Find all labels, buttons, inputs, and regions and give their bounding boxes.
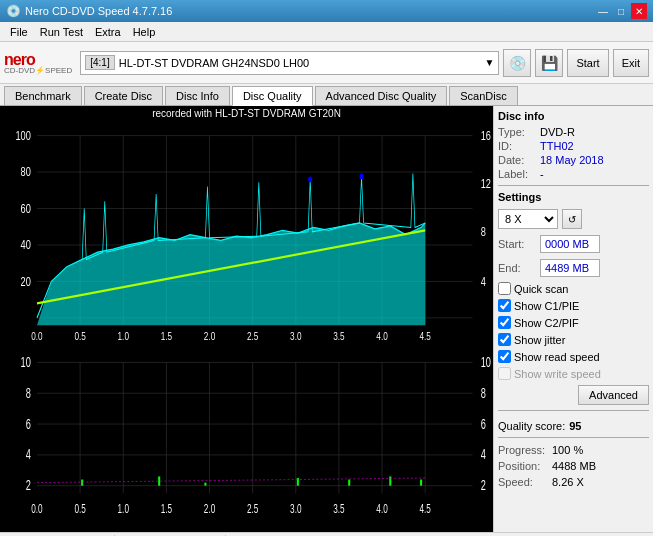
speed-select[interactable]: 8 X xyxy=(498,209,558,229)
show-c2-label: Show C2/PIF xyxy=(514,317,579,329)
svg-text:100: 100 xyxy=(15,128,30,142)
show-write-speed-label: Show write speed xyxy=(514,368,601,380)
svg-text:2.0: 2.0 xyxy=(204,329,216,342)
svg-text:60: 60 xyxy=(21,201,31,215)
window-controls: — □ ✕ xyxy=(595,3,647,19)
show-write-speed-checkbox[interactable] xyxy=(498,367,511,380)
svg-text:2.0: 2.0 xyxy=(204,503,216,516)
menu-extra[interactable]: Extra xyxy=(89,25,127,39)
speed-row-display: Speed: 8.26 X xyxy=(498,476,649,488)
svg-text:3.0: 3.0 xyxy=(290,503,302,516)
tab-benchmark[interactable]: Benchmark xyxy=(4,86,82,105)
svg-text:4: 4 xyxy=(481,447,486,462)
minimize-button[interactable]: — xyxy=(595,3,611,19)
drive-selector[interactable]: [4:1] HL-DT-ST DVDRAM GH24NSD0 LH00 ▼ xyxy=(80,51,499,75)
advanced-button[interactable]: Advanced xyxy=(578,385,649,405)
quality-score-row: Quality score: 95 xyxy=(498,420,649,432)
svg-text:2.5: 2.5 xyxy=(247,503,259,516)
maximize-button[interactable]: □ xyxy=(613,3,629,19)
svg-text:4.5: 4.5 xyxy=(420,329,432,342)
show-jitter-checkbox[interactable] xyxy=(498,333,511,346)
disc-date-label: Date: xyxy=(498,154,536,166)
start-input[interactable] xyxy=(540,235,600,253)
svg-text:3.5: 3.5 xyxy=(333,329,345,342)
progress-label: Progress: xyxy=(498,444,548,456)
menu-bar: File Run Test Extra Help xyxy=(0,22,653,42)
end-input[interactable] xyxy=(540,259,600,277)
svg-text:40: 40 xyxy=(21,238,31,252)
show-c1-row: Show C1/PIE xyxy=(498,299,649,312)
svg-text:4: 4 xyxy=(481,274,486,288)
cd-icon-button[interactable]: 💿 xyxy=(503,49,531,77)
svg-text:16: 16 xyxy=(481,128,491,142)
svg-text:1.5: 1.5 xyxy=(161,329,173,342)
svg-text:0.0: 0.0 xyxy=(31,329,43,342)
show-read-speed-checkbox[interactable] xyxy=(498,350,511,363)
divider1 xyxy=(498,185,649,186)
disc-type-label: Type: xyxy=(498,126,536,138)
disc-date-value: 18 May 2018 xyxy=(540,154,604,166)
svg-text:4.0: 4.0 xyxy=(376,329,388,342)
tab-disc-info[interactable]: Disc Info xyxy=(165,86,230,105)
drive-label: [4:1] xyxy=(85,55,114,70)
svg-text:3.5: 3.5 xyxy=(333,503,345,516)
tab-disc-quality[interactable]: Disc Quality xyxy=(232,86,313,106)
menu-run-test[interactable]: Run Test xyxy=(34,25,89,39)
menu-help[interactable]: Help xyxy=(127,25,162,39)
svg-text:2.5: 2.5 xyxy=(247,329,259,342)
disc-type-row: Type: DVD-R xyxy=(498,126,649,138)
show-write-speed-row: Show write speed xyxy=(498,367,649,380)
svg-text:4: 4 xyxy=(26,447,31,462)
tab-advanced-disc-quality[interactable]: Advanced Disc Quality xyxy=(315,86,448,105)
stats-bar: PI Errors Average: 30.40 Maximum: 75 Tot… xyxy=(0,532,653,536)
svg-text:8: 8 xyxy=(481,385,486,400)
tab-scan-disc[interactable]: ScanDisc xyxy=(449,86,517,105)
speed-label: Speed: xyxy=(498,476,548,488)
disc-label-row: Label: - xyxy=(498,168,649,180)
tab-create-disc[interactable]: Create Disc xyxy=(84,86,163,105)
chart-top: 100 80 60 40 20 16 12 8 4 0.0 0.5 1.0 1.… xyxy=(0,121,493,347)
menu-file[interactable]: File xyxy=(4,25,34,39)
save-icon-button[interactable]: 💾 xyxy=(535,49,563,77)
chart-title: recorded with HL-DT-ST DVDRAM GT20N xyxy=(0,106,493,121)
app-title: Nero CD-DVD Speed 4.7.7.16 xyxy=(25,5,595,17)
disc-date-row: Date: 18 May 2018 xyxy=(498,154,649,166)
disc-id-label: ID: xyxy=(498,140,536,152)
main-content: recorded with HL-DT-ST DVDRAM GT20N xyxy=(0,106,653,532)
end-label: End: xyxy=(498,262,536,274)
start-row: Start: xyxy=(498,235,649,253)
progress-row: Progress: 100 % xyxy=(498,444,649,456)
start-label: Start: xyxy=(498,238,536,250)
svg-text:0.5: 0.5 xyxy=(74,329,86,342)
quality-score-label: Quality score: xyxy=(498,420,565,432)
show-c1-checkbox[interactable] xyxy=(498,299,511,312)
quick-scan-checkbox[interactable] xyxy=(498,282,511,295)
svg-text:8: 8 xyxy=(481,225,486,239)
nero-logo: nero CD-DVD⚡SPEED xyxy=(4,51,72,75)
eject-button[interactable]: Exit xyxy=(613,49,649,77)
svg-text:10: 10 xyxy=(21,354,32,369)
svg-text:10: 10 xyxy=(481,354,492,369)
svg-text:6: 6 xyxy=(481,416,486,431)
app-icon: 💿 xyxy=(6,4,21,18)
start-button[interactable]: Start xyxy=(567,49,608,77)
top-chart-svg: 100 80 60 40 20 16 12 8 4 0.0 0.5 1.0 1.… xyxy=(0,121,493,347)
show-c2-checkbox[interactable] xyxy=(498,316,511,329)
svg-text:1.0: 1.0 xyxy=(118,329,130,342)
close-button[interactable]: ✕ xyxy=(631,3,647,19)
svg-text:0.0: 0.0 xyxy=(31,503,43,516)
svg-text:2: 2 xyxy=(26,477,31,492)
show-read-speed-row: Show read speed xyxy=(498,350,649,363)
quick-scan-label: Quick scan xyxy=(514,283,568,295)
quick-scan-row: Quick scan xyxy=(498,282,649,295)
svg-text:6: 6 xyxy=(26,416,31,431)
svg-text:1.5: 1.5 xyxy=(161,503,173,516)
disc-type-value: DVD-R xyxy=(540,126,575,138)
disc-id-value: TTH02 xyxy=(540,140,574,152)
svg-text:8: 8 xyxy=(26,385,31,400)
show-jitter-label: Show jitter xyxy=(514,334,565,346)
speed-refresh-button[interactable]: ↺ xyxy=(562,209,582,229)
svg-text:20: 20 xyxy=(21,274,31,288)
show-read-speed-label: Show read speed xyxy=(514,351,600,363)
chart-area: recorded with HL-DT-ST DVDRAM GT20N xyxy=(0,106,493,532)
